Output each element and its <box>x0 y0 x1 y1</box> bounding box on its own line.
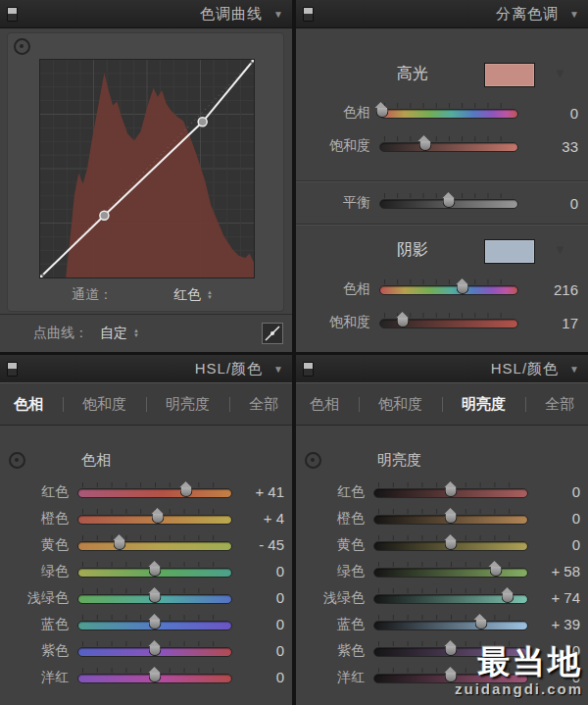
slider-track[interactable] <box>373 621 528 630</box>
collapse-caret-icon[interactable]: ▼ <box>273 9 283 20</box>
watermark-title: 最当地 <box>455 645 583 678</box>
tab-2[interactable]: 饱和度 <box>82 395 126 414</box>
slider-value[interactable]: 0 <box>241 589 292 606</box>
slider-value[interactable]: 0 <box>527 195 588 212</box>
slider-row: 饱和度33 <box>296 129 588 163</box>
slider[interactable] <box>77 614 232 635</box>
slider[interactable] <box>373 614 528 635</box>
slider-track[interactable] <box>379 109 518 119</box>
slider-value[interactable]: 33 <box>527 138 588 155</box>
tab-divider <box>442 397 443 412</box>
slider-label: 黄色 <box>296 536 365 554</box>
collapse-caret-icon[interactable]: ▼ <box>273 364 283 375</box>
targeted-adjustment-icon[interactable] <box>9 452 25 469</box>
section-caret-icon[interactable]: ▼ <box>554 242 566 257</box>
stepper-icon[interactable]: ▲▼ <box>207 290 213 300</box>
slider[interactable] <box>77 561 232 582</box>
tone-curve-widget: 通道： 红色 ▲▼ <box>7 32 284 312</box>
slider-track[interactable] <box>77 488 232 498</box>
slider[interactable] <box>77 481 232 503</box>
slider-label: 绿色 <box>296 563 365 580</box>
watermark: 最当地 zuidangdi.com <box>455 645 583 696</box>
slider-ticks <box>378 615 523 620</box>
slider[interactable] <box>77 587 232 609</box>
collapse-caret-icon[interactable]: ▼ <box>569 364 579 375</box>
hsl-header[interactable]: HSL/颜色 ▼ <box>0 355 292 383</box>
hsl-hue-panel: HSL/颜色 ▼ 色相饱和度明亮度全部 色相 红色+ 41橙色+ 4黄色- 45… <box>0 355 292 705</box>
slider-value[interactable]: 216 <box>527 281 588 298</box>
slider-track[interactable] <box>373 568 528 578</box>
channel-select[interactable]: 红色 <box>173 286 201 304</box>
tab-1[interactable]: 色相 <box>310 395 339 414</box>
hsl-header[interactable]: HSL/颜色 ▼ <box>296 355 588 383</box>
slider-value[interactable]: 0 <box>241 563 292 579</box>
tab-2[interactable]: 饱和度 <box>378 395 422 414</box>
slider-value[interactable]: 17 <box>527 315 588 331</box>
panel-switch-icon[interactable] <box>303 7 314 22</box>
slider-label: 洋红 <box>296 669 365 686</box>
slider[interactable] <box>373 587 528 609</box>
tab-4[interactable]: 全部 <box>545 395 574 414</box>
slider[interactable] <box>77 640 232 662</box>
targeted-adjustment-icon[interactable] <box>14 38 30 55</box>
slider[interactable] <box>379 312 518 333</box>
tone-curve-header[interactable]: 色调曲线 ▼ <box>0 0 292 28</box>
slider-ticks <box>82 482 227 487</box>
point-curve-select[interactable]: 自定 <box>100 325 127 342</box>
section-caret-icon[interactable]: ▼ <box>554 66 566 80</box>
slider-track[interactable] <box>379 285 518 295</box>
split-toning-panel: 分离色调 ▼ 高光 ▼ 色相0饱和度33 平衡0 阴影 ▼ 色相216饱和度17 <box>296 0 588 352</box>
slider-value[interactable]: + 74 <box>537 589 588 606</box>
slider-value[interactable]: 0 <box>537 536 588 553</box>
edit-point-curve-button[interactable] <box>262 323 283 344</box>
slider-track[interactable] <box>379 142 518 152</box>
slider[interactable] <box>77 508 232 529</box>
point-curve-label: 点曲线： <box>33 325 88 342</box>
slider-value[interactable]: 0 <box>527 105 588 122</box>
slider-value[interactable]: + 58 <box>537 563 588 579</box>
panel-switch-icon[interactable] <box>7 362 18 377</box>
slider[interactable] <box>373 561 528 582</box>
slider-value[interactable]: 0 <box>241 642 292 659</box>
slider-track[interactable] <box>77 541 232 551</box>
slider-value[interactable]: 0 <box>537 483 588 500</box>
tab-3[interactable]: 明亮度 <box>462 395 506 414</box>
slider[interactable] <box>379 135 518 157</box>
slider-label: 橙色 <box>296 510 365 528</box>
tone-curve-title: 色调曲线 <box>200 5 263 24</box>
collapse-caret-icon[interactable]: ▼ <box>569 9 579 20</box>
slider[interactable] <box>379 192 518 214</box>
split-toning-header[interactable]: 分离色调 ▼ <box>296 0 588 28</box>
tone-curve-graph[interactable] <box>39 59 255 278</box>
tab-3[interactable]: 明亮度 <box>166 395 210 414</box>
slider-row: 饱和度17 <box>296 306 588 339</box>
panel-switch-icon[interactable] <box>7 7 18 22</box>
slider[interactable] <box>373 534 528 556</box>
section-title: 色相 <box>81 451 111 470</box>
slider[interactable] <box>379 278 518 300</box>
tab-4[interactable]: 全部 <box>249 395 278 414</box>
slider-value[interactable]: 0 <box>241 669 292 685</box>
slider-label: 黄色 <box>0 536 69 554</box>
highlights-color-swatch[interactable] <box>484 63 535 87</box>
slider-value[interactable]: - 45 <box>241 536 292 553</box>
tab-1[interactable]: 色相 <box>14 395 43 414</box>
slider-value[interactable]: 0 <box>537 510 588 527</box>
slider-ticks <box>384 103 514 108</box>
slider-label: 紫色 <box>0 642 69 660</box>
slider-value[interactable]: + 39 <box>537 616 588 632</box>
slider[interactable] <box>77 534 232 556</box>
slider[interactable] <box>373 481 528 503</box>
slider-value[interactable]: + 4 <box>241 510 292 527</box>
slider-value[interactable]: + 41 <box>241 483 292 500</box>
stepper-icon[interactable]: ▲▼ <box>133 328 139 338</box>
slider-row: 橙色+ 4 <box>0 505 292 531</box>
panel-switch-icon[interactable] <box>303 362 314 377</box>
slider[interactable] <box>373 508 528 529</box>
targeted-adjustment-icon[interactable] <box>305 452 321 469</box>
shadows-color-swatch[interactable] <box>484 239 535 264</box>
slider-value[interactable]: 0 <box>241 616 292 632</box>
slider[interactable] <box>379 102 518 124</box>
slider[interactable] <box>77 667 232 688</box>
shadows-label: 阴影 <box>397 240 428 261</box>
